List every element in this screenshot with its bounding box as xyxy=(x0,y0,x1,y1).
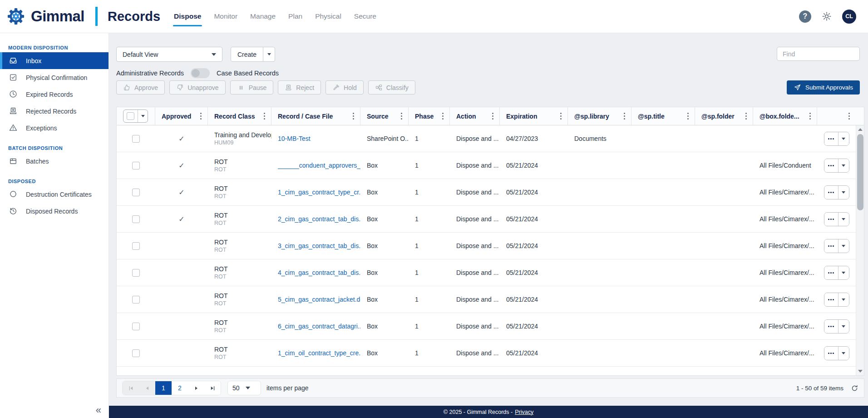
refresh-icon[interactable] xyxy=(851,384,858,392)
column-header-record-class[interactable]: Record Class xyxy=(208,107,271,125)
brand-logo[interactable]: Gimmal Records xyxy=(0,6,160,27)
create-dropdown-button[interactable] xyxy=(263,47,275,61)
row-checkbox[interactable] xyxy=(132,296,140,304)
column-menu-icon[interactable] xyxy=(491,111,495,121)
column-menu-icon[interactable] xyxy=(622,111,626,121)
record-link[interactable]: 10-MB-Test xyxy=(278,135,311,142)
row-dropdown-button[interactable] xyxy=(838,266,849,279)
classify-button[interactable]: Classify xyxy=(368,80,415,95)
sidebar-item-physical-confirmation[interactable]: Physical Confirmation xyxy=(0,69,108,86)
sidebar-item-batches[interactable]: Batches xyxy=(0,153,108,169)
record-link[interactable]: ______conduent_approvers_... xyxy=(278,162,360,169)
row-more-button[interactable] xyxy=(824,320,838,333)
table-scrollbar[interactable] xyxy=(856,125,864,375)
table-row[interactable]: ROT xyxy=(117,367,856,375)
record-link[interactable]: 4_cim_gas_contract_tab_dis... xyxy=(278,269,360,276)
view-select[interactable]: Default View xyxy=(116,47,222,62)
sidebar-item-expired-records[interactable]: Expired Records xyxy=(0,86,108,103)
pager-previous-button[interactable] xyxy=(139,381,155,395)
table-row[interactable]: ROTROT 6_cim_gas_contract_datagri... Box… xyxy=(117,313,856,340)
row-checkbox[interactable] xyxy=(132,269,140,277)
column-header-source[interactable]: Source xyxy=(360,107,409,125)
scroll-up-button[interactable] xyxy=(856,125,864,134)
pager-first-button[interactable] xyxy=(123,381,139,395)
row-dropdown-button[interactable] xyxy=(838,132,849,145)
column-menu-icon[interactable] xyxy=(351,111,355,121)
column-header-actions[interactable] xyxy=(817,107,856,125)
nav-tab-dispose[interactable]: Dispose xyxy=(174,0,201,33)
table-row[interactable]: ROTROT 5_cim_gas_contract_jacket.dql Box… xyxy=(117,286,856,313)
row-dropdown-button[interactable] xyxy=(838,320,849,333)
table-row[interactable]: ✓ Training and DevelopHUM09 10-MB-Test S… xyxy=(117,125,856,152)
create-button[interactable]: Create xyxy=(231,47,263,61)
table-row[interactable]: ✓ ROTROT ______conduent_approvers_... Bo… xyxy=(117,152,856,179)
administrative-records-toggle[interactable] xyxy=(191,68,210,78)
row-dropdown-button[interactable] xyxy=(838,347,849,360)
unapprove-button[interactable]: Unapprove xyxy=(169,80,226,95)
column-header-approved[interactable]: Approved xyxy=(155,107,208,125)
column-menu-icon[interactable] xyxy=(847,111,851,121)
sidebar-item-disposed-records[interactable]: Disposed Records xyxy=(0,203,108,219)
select-all-checkbox[interactable] xyxy=(127,112,134,120)
record-link[interactable]: 6_cim_gas_contract_datagri... xyxy=(278,323,360,330)
nav-tab-physical[interactable]: Physical xyxy=(315,0,341,33)
nav-tab-secure[interactable]: Secure xyxy=(354,0,376,33)
column-menu-icon[interactable] xyxy=(399,111,404,121)
column-header--sp-library[interactable]: @sp.library xyxy=(568,107,631,125)
sidebar-item-destruction-certificates[interactable]: Destruction Certificates xyxy=(0,186,108,203)
scrollbar-thumb[interactable] xyxy=(857,134,863,210)
row-checkbox[interactable] xyxy=(132,189,140,196)
row-more-button[interactable] xyxy=(824,132,838,145)
row-dropdown-button[interactable] xyxy=(838,239,849,253)
column-menu-icon[interactable] xyxy=(686,111,690,121)
row-checkbox[interactable] xyxy=(132,162,140,169)
row-more-button[interactable] xyxy=(824,347,838,360)
row-dropdown-button[interactable] xyxy=(838,186,849,199)
pager-page-1[interactable]: 1 xyxy=(155,381,172,395)
column-header-record-case-file[interactable]: Record / Case File xyxy=(271,107,360,125)
row-checkbox[interactable] xyxy=(132,242,140,250)
sidebar-item-rejected-records[interactable]: Rejected Records xyxy=(0,103,108,119)
sidebar-collapse-button[interactable]: « xyxy=(96,404,101,416)
row-checkbox[interactable] xyxy=(132,323,140,330)
row-more-button[interactable] xyxy=(824,159,838,172)
column-header--box-folde-[interactable]: @box.folde... xyxy=(753,107,817,125)
row-checkbox[interactable] xyxy=(132,135,140,143)
column-header-action[interactable]: Action xyxy=(450,107,500,125)
table-row[interactable]: ✓ ROTROT 2_cim_gas_contract_tab_dis... B… xyxy=(117,206,856,233)
record-link[interactable]: 5_cim_gas_contract_jacket.dql xyxy=(278,296,360,303)
row-dropdown-button[interactable] xyxy=(838,293,849,306)
column-menu-icon[interactable] xyxy=(559,111,563,121)
nav-tab-monitor[interactable]: Monitor xyxy=(214,0,237,33)
column-header-phase[interactable]: Phase xyxy=(409,107,450,125)
column-header--sp-folder[interactable]: @sp.folder xyxy=(695,107,753,125)
row-checkbox[interactable] xyxy=(132,349,140,357)
submit-approvals-button[interactable]: Submit Approvals xyxy=(787,80,860,95)
column-menu-icon[interactable] xyxy=(262,111,266,121)
sidebar-item-inbox[interactable]: Inbox xyxy=(0,52,108,69)
find-input[interactable] xyxy=(777,47,860,61)
row-more-button[interactable] xyxy=(824,266,838,279)
row-more-button[interactable] xyxy=(824,239,838,253)
pager-page-2[interactable]: 2 xyxy=(172,381,188,395)
hold-button[interactable]: Hold xyxy=(326,80,364,95)
record-link[interactable]: 1_cim_oil_contract_type_cre... xyxy=(278,349,360,357)
table-row[interactable]: ROTROT 1_cim_oil_contract_type_cre... Bo… xyxy=(117,340,856,367)
scroll-down-button[interactable] xyxy=(856,367,864,375)
column-header--sp-title[interactable]: @sp.title xyxy=(631,107,695,125)
column-menu-icon[interactable] xyxy=(744,111,748,121)
reject-button[interactable]: Reject xyxy=(278,80,321,95)
row-more-button[interactable] xyxy=(824,293,838,306)
settings-gear-icon[interactable] xyxy=(821,11,832,22)
select-all-dropdown[interactable] xyxy=(138,110,148,122)
column-menu-icon[interactable] xyxy=(808,111,812,121)
column-menu-icon[interactable] xyxy=(441,111,445,121)
column-header-expiration[interactable]: Expiration xyxy=(500,107,568,125)
table-row[interactable]: ROTROT 3_cim_gas_contract_tab_dis... Box… xyxy=(117,233,856,259)
nav-tab-manage[interactable]: Manage xyxy=(250,0,276,33)
table-row[interactable]: ✓ ROTROT 1_cim_gas_contract_type_cr... B… xyxy=(117,179,856,206)
pause-button[interactable]: Pause xyxy=(230,80,274,95)
nav-tab-plan[interactable]: Plan xyxy=(288,0,302,33)
record-link[interactable]: 3_cim_gas_contract_tab_dis... xyxy=(278,242,360,249)
sidebar-item-exceptions[interactable]: Exceptions xyxy=(0,119,108,136)
